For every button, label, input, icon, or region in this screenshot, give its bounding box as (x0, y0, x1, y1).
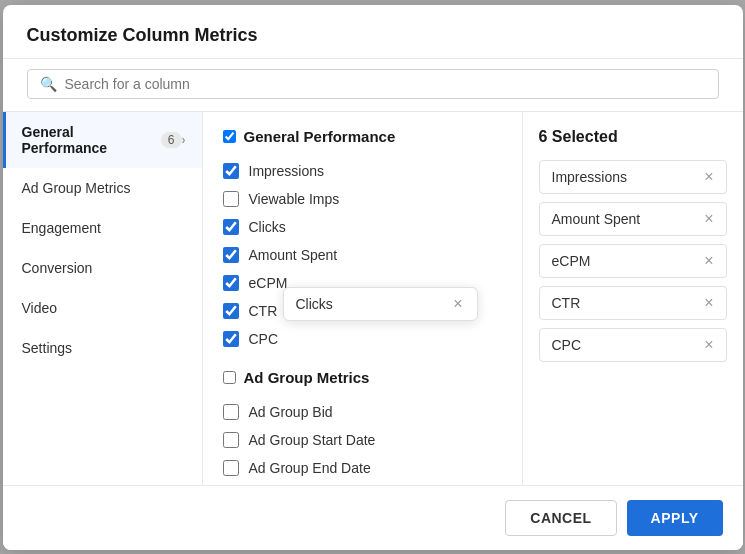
selected-amount-spent: Amount Spent × (539, 202, 727, 236)
ad-group-end-date-label: Ad Group End Date (249, 460, 371, 476)
remove-ctr-button[interactable]: × (704, 295, 713, 311)
ad-group-bid-label: Ad Group Bid (249, 404, 333, 420)
search-wrapper: 🔍 (27, 69, 719, 99)
cpc-checkbox[interactable] (223, 331, 239, 347)
viewable-imps-label: Viewable Imps (249, 191, 340, 207)
ad-group-bid-checkbox[interactable] (223, 404, 239, 420)
checkbox-ad-group-end-date[interactable]: Ad Group End Date (223, 454, 502, 482)
amount-spent-label: Amount Spent (249, 247, 338, 263)
selected-count-title: 6 Selected (539, 128, 727, 146)
clicks-checkbox[interactable] (223, 219, 239, 235)
right-column: 6 Selected Impressions × Amount Spent × … (523, 112, 743, 485)
ad-group-start-date-checkbox[interactable] (223, 432, 239, 448)
checkbox-ad-group-bid[interactable]: Ad Group Bid (223, 398, 502, 426)
ecpm-checkbox[interactable] (223, 275, 239, 291)
general-performance-section-checkbox[interactable] (223, 130, 236, 143)
general-performance-header: General Performance (223, 128, 502, 145)
checkbox-viewable-imps[interactable]: Viewable Imps (223, 185, 502, 213)
ctr-label: CTR (249, 303, 278, 319)
ad-group-metrics-header: Ad Group Metrics (223, 369, 502, 386)
sidebar-item-video[interactable]: Video (3, 288, 202, 328)
selected-cpc-label: CPC (552, 337, 582, 353)
sidebar-item-label: Ad Group Metrics (22, 180, 131, 196)
sidebar-badge-general: 6 (161, 132, 182, 148)
impressions-label: Impressions (249, 163, 324, 179)
ctr-checkbox[interactable] (223, 303, 239, 319)
clicks-tooltip: Clicks × (283, 287, 478, 321)
ad-group-end-date-checkbox[interactable] (223, 460, 239, 476)
sidebar-item-engagement[interactable]: Engagement (3, 208, 202, 248)
tooltip-close-button[interactable]: × (451, 296, 464, 312)
sidebar-item-ad-group-metrics[interactable]: Ad Group Metrics (3, 168, 202, 208)
sidebar-item-label: Engagement (22, 220, 101, 236)
search-icon: 🔍 (40, 76, 57, 92)
remove-amount-spent-button[interactable]: × (704, 211, 713, 227)
sidebar-item-general-performance[interactable]: General Performance 6 › (3, 112, 202, 168)
selected-ctr: CTR × (539, 286, 727, 320)
remove-ecpm-button[interactable]: × (704, 253, 713, 269)
selected-ecpm-label: eCPM (552, 253, 591, 269)
sidebar-item-settings[interactable]: Settings (3, 328, 202, 368)
ad-group-metrics-section-checkbox[interactable] (223, 371, 236, 384)
checkbox-impressions[interactable]: Impressions (223, 157, 502, 185)
modal-body: General Performance 6 › Ad Group Metrics… (3, 112, 743, 485)
general-performance-title: General Performance (244, 128, 396, 145)
selected-ctr-label: CTR (552, 295, 581, 311)
checkbox-amount-spent[interactable]: Amount Spent (223, 241, 502, 269)
checkbox-cpc[interactable]: CPC (223, 325, 502, 353)
modal: Customize Column Metrics 🔍 General Perfo… (3, 5, 743, 550)
middle-column: General Performance Impressions Viewable… (203, 112, 523, 485)
modal-overlay: Customize Column Metrics 🔍 General Perfo… (0, 0, 745, 554)
checkbox-ad-group-start-date[interactable]: Ad Group Start Date (223, 426, 502, 454)
sidebar-item-label: Settings (22, 340, 73, 356)
ecpm-label: eCPM (249, 275, 288, 291)
selected-amount-spent-label: Amount Spent (552, 211, 641, 227)
sidebar-item-label: General Performance (22, 124, 153, 156)
remove-cpc-button[interactable]: × (704, 337, 713, 353)
sidebar-item-label: Video (22, 300, 58, 316)
checkbox-ad-group-budget[interactable]: Ad Group Budget (223, 482, 502, 485)
impressions-checkbox[interactable] (223, 163, 239, 179)
checkbox-clicks[interactable]: Clicks (223, 213, 502, 241)
sidebar-item-label: Conversion (22, 260, 93, 276)
modal-header: Customize Column Metrics (3, 5, 743, 59)
remove-impressions-button[interactable]: × (704, 169, 713, 185)
sidebar: General Performance 6 › Ad Group Metrics… (3, 112, 203, 485)
ad-group-metrics-title: Ad Group Metrics (244, 369, 370, 386)
search-input[interactable] (65, 76, 706, 92)
cancel-button[interactable]: CANCEL (505, 500, 616, 536)
clicks-label: Clicks (249, 219, 286, 235)
ad-group-start-date-label: Ad Group Start Date (249, 432, 376, 448)
sidebar-item-conversion[interactable]: Conversion (3, 248, 202, 288)
modal-search-section: 🔍 (3, 59, 743, 112)
selected-ecpm: eCPM × (539, 244, 727, 278)
selected-impressions-label: Impressions (552, 169, 627, 185)
modal-title: Customize Column Metrics (27, 25, 258, 45)
selected-impressions: Impressions × (539, 160, 727, 194)
viewable-imps-checkbox[interactable] (223, 191, 239, 207)
cpc-label: CPC (249, 331, 279, 347)
selected-cpc: CPC × (539, 328, 727, 362)
tooltip-text: Clicks (296, 296, 333, 312)
modal-footer: CANCEL APPLY (3, 485, 743, 550)
chevron-right-icon: › (182, 133, 186, 147)
amount-spent-checkbox[interactable] (223, 247, 239, 263)
apply-button[interactable]: APPLY (627, 500, 723, 536)
